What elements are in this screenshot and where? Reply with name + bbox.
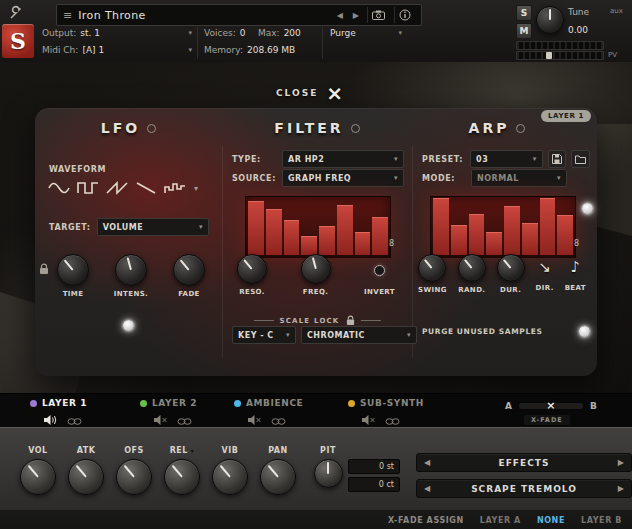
arp-preset-dropdown[interactable]: 03 ▾ (470, 150, 543, 168)
pv-button[interactable]: PV (608, 51, 617, 59)
layer-tab-ambience[interactable]: AMBIENCE (234, 398, 303, 430)
tune-value[interactable]: 0.00 (568, 25, 588, 35)
filter-frequency-knob[interactable] (301, 254, 331, 284)
lfo-intensity-knob[interactable] (115, 254, 147, 286)
info-icon[interactable] (394, 7, 415, 23)
filter-resonance-knob[interactable] (237, 254, 267, 284)
pitch-semitone-box[interactable]: 0 st (348, 459, 400, 474)
lfo-time-knob[interactable] (57, 254, 89, 286)
vibrato-knob[interactable] (212, 459, 248, 495)
pitch-cents-value: 0 ct (379, 480, 394, 489)
arp-direction-icon[interactable]: ↘ (538, 254, 551, 280)
layer-tab-layer-1[interactable]: LAYER 1 (30, 398, 87, 430)
effect-name-value: SCRAPE TREMOLO (430, 484, 618, 494)
saw-down-wave-icon[interactable] (134, 180, 158, 196)
arp-step-graph[interactable] (430, 196, 576, 258)
instrument-title-bar[interactable]: ≡ Iron Throne ◀ ▶ (56, 4, 422, 26)
random-wave-icon[interactable] (163, 180, 187, 196)
close-overlay-button[interactable]: CLOSE × (276, 86, 343, 100)
pan-knob[interactable] (260, 459, 296, 495)
arp-steps-count[interactable]: 8 (574, 239, 579, 248)
midi-channel-dropdown[interactable]: Midi Ch: [A] 1 ▾ (42, 45, 192, 55)
layer-color-dot (140, 400, 147, 407)
xfade-assign-label: X-FADE ASSIGN (388, 516, 464, 525)
arp-beat-note-icon[interactable]: ♪ (571, 254, 581, 280)
layer-tab-layer-2[interactable]: LAYER 2 (140, 398, 197, 430)
filter-steps-count[interactable]: 8 (389, 239, 394, 248)
lfo-power-light[interactable] (147, 124, 156, 133)
filter-step-graph[interactable] (245, 196, 391, 258)
filter-source-label: SOURCE: (232, 174, 276, 183)
xfade-slider[interactable]: × (518, 402, 584, 410)
lfo-target-dropdown[interactable]: VOLUME ▾ (97, 218, 209, 236)
effect-name-selector[interactable]: ◀ SCRAPE TREMOLO ▶ (416, 479, 632, 498)
square-wave-icon[interactable] (76, 180, 100, 196)
pan-slider-handle[interactable] (546, 52, 552, 59)
midi-label: Midi Ch: (42, 45, 78, 55)
output-dropdown[interactable]: Output: st. 1 ▾ (42, 28, 192, 38)
arp-mode-dropdown[interactable]: NORMAL ▾ (471, 169, 567, 187)
pan-slider[interactable] (516, 51, 604, 60)
scale-key-dropdown[interactable]: KEY - C ▾ (232, 326, 296, 344)
arp-swing-label: SWING (418, 286, 447, 294)
layer-name: SUB-SYNTH (360, 398, 424, 408)
menu-icon[interactable]: ≡ (63, 9, 72, 22)
tune-knob[interactable] (536, 6, 564, 34)
release-knob[interactable] (164, 459, 200, 495)
lfo-enable-led[interactable] (123, 320, 134, 331)
xfade-assign-option-layer-b[interactable]: LAYER B (581, 516, 622, 525)
wrench-icon[interactable] (8, 5, 24, 25)
aux-button[interactable]: aux (610, 7, 623, 15)
xfade-assign-option-none[interactable]: NONE (537, 516, 565, 525)
tune-label: Tune (568, 7, 589, 17)
waveform-dropdown-caret[interactable]: ▾ (194, 184, 198, 193)
pan-label: PAN (268, 446, 288, 455)
filter-invert-toggle[interactable] (374, 265, 385, 276)
layer-tab-sub-synth[interactable]: SUB-SYNTH (348, 398, 424, 430)
save-preset-icon[interactable] (548, 150, 567, 168)
divider-line (361, 320, 381, 321)
lfo-fade-knob[interactable] (173, 254, 205, 286)
kontakt-instrument-window: S ≡ Iron Throne ◀ ▶ Output: st. 1 ▾ Voic… (0, 0, 632, 529)
next-instrument-icon[interactable]: ▶ (351, 11, 361, 20)
release-dropdown[interactable]: REL ▾ (170, 446, 195, 455)
purge-unused-led[interactable] (579, 326, 590, 337)
arp-random-knob[interactable] (458, 254, 486, 282)
pitch-cents-box[interactable]: 0 ct (348, 477, 400, 492)
filter-type-dropdown[interactable]: AR HP2 ▾ (282, 150, 404, 168)
sine-wave-icon[interactable] (47, 180, 71, 196)
xfade-slider-handle[interactable]: × (546, 399, 555, 412)
filter-source-dropdown[interactable]: GRAPH FREQ ▾ (282, 169, 404, 187)
effects-category-selector[interactable]: ◀ EFFECTS ▶ (416, 453, 632, 472)
arp-swing-knob[interactable] (418, 254, 446, 282)
mute-button[interactable]: M (516, 23, 532, 39)
next-arrow-icon[interactable]: ▶ (618, 458, 624, 467)
filter-power-light[interactable] (351, 124, 360, 133)
solo-button[interactable]: S (516, 5, 532, 21)
saw-up-wave-icon[interactable] (105, 180, 129, 196)
snapshot-camera-icon[interactable] (367, 7, 388, 23)
scale-type-dropdown[interactable]: CHROMATIC ▾ (301, 326, 417, 344)
arp-enable-led[interactable] (582, 203, 593, 214)
pitch-knob[interactable] (314, 459, 343, 488)
arp-random-label: RAND. (458, 286, 485, 294)
attack-knob[interactable] (68, 459, 104, 495)
knob-indicator (172, 465, 183, 478)
chevron-down-icon: ▾ (188, 29, 192, 37)
chevron-down-icon: ▾ (191, 447, 195, 454)
prev-instrument-icon[interactable]: ◀ (335, 11, 345, 20)
arp-power-light[interactable] (516, 124, 525, 133)
xfade-assign-option-layer-a[interactable]: LAYER A (480, 516, 521, 525)
load-preset-folder-icon[interactable] (571, 150, 590, 168)
soundiron-logo[interactable]: S (2, 24, 34, 58)
pitch-semitone-value: 0 st (379, 462, 394, 471)
chevron-down-icon: ▾ (188, 46, 192, 54)
arp-duration-knob[interactable] (497, 254, 525, 282)
chevron-down-icon: ▾ (286, 331, 290, 339)
purge-dropdown[interactable]: Purge ▾ (330, 28, 402, 38)
volume-knob[interactable] (20, 459, 56, 495)
knob-indicator (124, 465, 135, 478)
lock-icon[interactable] (39, 260, 49, 279)
next-arrow-icon[interactable]: ▶ (618, 484, 624, 493)
offset-knob[interactable] (116, 459, 152, 495)
